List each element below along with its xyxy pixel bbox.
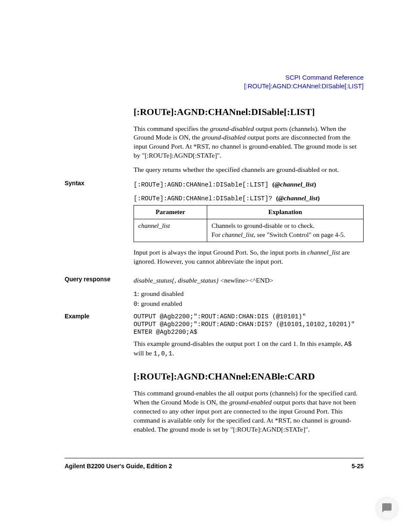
table-header-parameter: Parameter — [134, 205, 207, 219]
table-cell-expl: Channels to ground-disable or to check. … — [207, 219, 364, 242]
footer-left: Agilent B2200 User's Guide, Edition 2 — [65, 463, 172, 470]
section2-desc: This command ground-enables the all outp… — [134, 389, 364, 434]
header-line2: [:ROUTe]:AGND:CHANnel:DISable[:LIST] — [244, 82, 364, 90]
syntax-label: Syntax — [65, 180, 134, 271]
section1-title: [:ROUTe]:AGND:CHANnel:DISable[:LIST] — [134, 106, 364, 118]
chat-button[interactable] — [376, 497, 398, 519]
query-line1: 1: ground disabled — [134, 289, 364, 299]
syntax-note: Input port is always the input Ground Po… — [134, 248, 364, 266]
section1-desc2: The query returns whether the specified … — [134, 165, 364, 174]
example-note: This example ground-disables the output … — [134, 339, 364, 358]
footer-right: 5-25 — [352, 463, 364, 470]
syntax-cmd1: [:ROUTe]:AGND:CHANnel:DISable[:LIST] (@(… — [134, 180, 364, 189]
chat-icon — [381, 502, 392, 513]
syntax-cmd2: [:ROUTe]:AGND:CHANnel:DISable[:LIST]? (@… — [134, 193, 364, 203]
header-breadcrumb: SCPI Command Reference [:ROUTe]:AGND:CHA… — [65, 73, 364, 91]
table-cell-param: channel_list — [134, 219, 207, 242]
query-response: disable_status{, disable_status} <newlin… — [134, 276, 364, 285]
example-label: Example — [65, 313, 134, 364]
table-row: channel_list Channels to ground-disable … — [134, 219, 364, 242]
query-label: Query response — [65, 276, 134, 308]
header-line1: SCPI Command Reference — [285, 74, 364, 81]
header-link[interactable]: SCPI Command Reference [:ROUTe]:AGND:CHA… — [244, 74, 364, 90]
section2-title: [:ROUTe]:AGND:CHANnel:ENABle:CARD — [134, 371, 364, 382]
parameter-table: Parameter Explanation channel_list Chann… — [134, 205, 364, 242]
page-footer: Agilent B2200 User's Guide, Edition 2 5-… — [65, 458, 364, 470]
table-header-explanation: Explanation — [207, 205, 364, 219]
example-code: OUTPUT @Agb2200;":ROUT:AGND:CHAN:DIS (@1… — [134, 313, 364, 336]
section1-desc1: This command specifies the ground-disabl… — [134, 124, 364, 161]
query-line2: 0: ground enabled — [134, 299, 364, 308]
